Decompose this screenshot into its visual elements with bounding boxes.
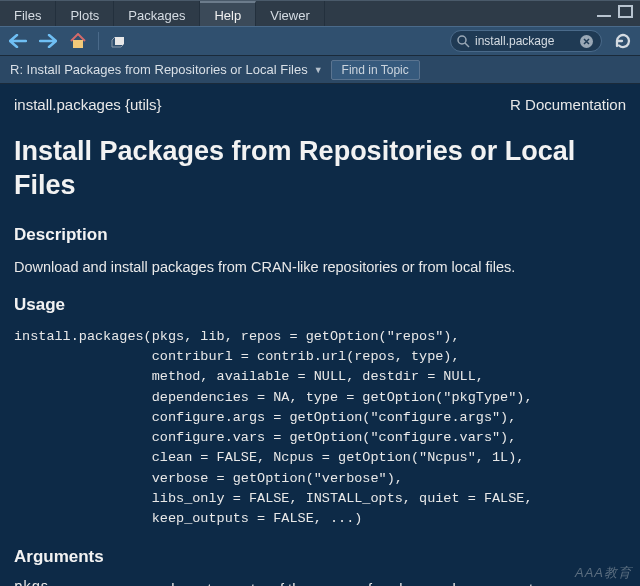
r-documentation-label: R Documentation — [510, 96, 626, 113]
argument-name: pkgs — [14, 579, 154, 586]
section-description-heading: Description — [14, 225, 626, 245]
svg-rect-1 — [619, 6, 632, 17]
tab-help[interactable]: Help — [200, 1, 256, 26]
watermark: AAA教育 — [575, 564, 632, 582]
breadcrumb-label: R: Install Packages from Repositories or… — [10, 62, 308, 77]
clear-search-button[interactable] — [580, 35, 593, 48]
breadcrumb[interactable]: R: Install Packages from Repositories or… — [10, 62, 323, 77]
refresh-button[interactable] — [612, 30, 634, 52]
help-content: install.packages {utils} R Documentation… — [0, 84, 640, 586]
refresh-icon — [614, 32, 632, 50]
description-body: Download and install packages from CRAN-… — [14, 257, 626, 277]
chevron-down-icon: ▼ — [314, 65, 323, 75]
svg-rect-2 — [73, 40, 83, 48]
help-search-input[interactable] — [475, 34, 575, 48]
tab-viewer[interactable]: Viewer — [256, 1, 325, 26]
toolbar-separator — [98, 32, 99, 50]
section-arguments-heading: Arguments — [14, 547, 626, 567]
home-button[interactable] — [66, 30, 90, 52]
find-in-topic-button[interactable]: Find in Topic — [331, 60, 420, 80]
search-icon — [457, 35, 470, 48]
help-subheader: R: Install Packages from Repositories or… — [0, 56, 640, 84]
tab-files[interactable]: Files — [0, 1, 56, 26]
svg-rect-0 — [597, 15, 611, 17]
svg-line-5 — [465, 43, 469, 47]
usage-code: install.packages(pkgs, lib, repos = getO… — [14, 327, 626, 530]
tab-plots[interactable]: Plots — [56, 1, 114, 26]
page-title: Install Packages from Repositories or Lo… — [14, 135, 626, 203]
maximize-pane-icon[interactable] — [618, 5, 634, 19]
close-icon — [583, 38, 590, 45]
svg-rect-3 — [115, 37, 124, 45]
arrow-left-icon — [9, 34, 27, 48]
argument-description: character vector of the names of package… — [164, 579, 533, 586]
minimize-pane-icon[interactable] — [596, 5, 612, 19]
popout-button[interactable] — [107, 30, 131, 52]
tab-packages[interactable]: Packages — [114, 1, 200, 26]
section-usage-heading: Usage — [14, 295, 626, 315]
topic-package-label: install.packages {utils} — [14, 96, 162, 113]
popout-icon — [111, 34, 127, 48]
pane-tabs: Files Plots Packages Help Viewer — [0, 0, 640, 26]
arrow-right-icon — [39, 34, 57, 48]
forward-button[interactable] — [36, 30, 60, 52]
svg-point-4 — [458, 36, 466, 44]
help-search-box[interactable] — [450, 30, 602, 52]
back-button[interactable] — [6, 30, 30, 52]
help-toolbar — [0, 26, 640, 56]
argument-row: pkgs character vector of the names of pa… — [14, 579, 626, 586]
home-icon — [69, 33, 87, 49]
